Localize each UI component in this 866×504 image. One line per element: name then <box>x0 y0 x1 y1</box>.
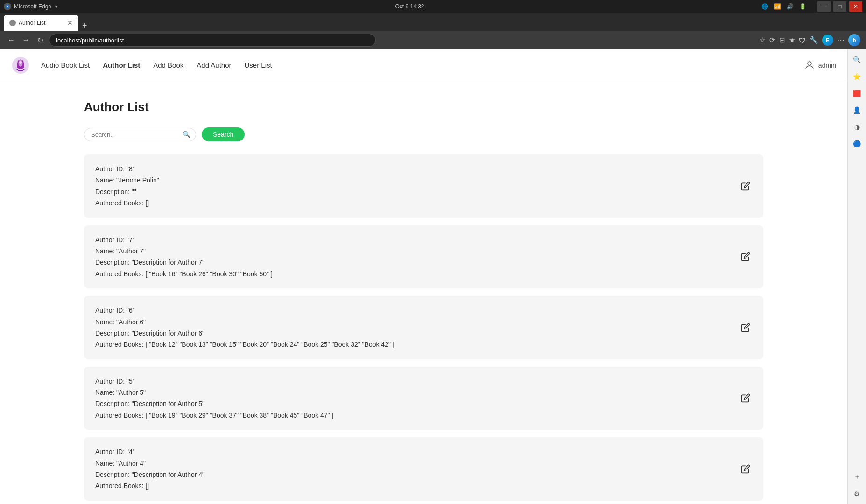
author-name: Name: "Author 6" <box>95 317 394 327</box>
edit-author-button[interactable] <box>739 462 752 476</box>
minimize-button[interactable]: — <box>817 1 831 12</box>
favorites-icon[interactable]: ★ <box>789 36 795 44</box>
address-bar-input[interactable] <box>49 34 376 47</box>
logo[interactable] <box>11 56 30 75</box>
username-label: admin <box>818 62 836 69</box>
edit-author-button[interactable] <box>739 180 752 193</box>
author-name: Name: "Jerome Polin" <box>95 175 159 185</box>
sidebar-theme-icon[interactable]: ◑ <box>851 120 864 133</box>
search-input-wrap: 🔍 <box>84 128 196 141</box>
search-input[interactable] <box>84 128 196 141</box>
author-name: Name: "Author 4" <box>95 458 204 469</box>
author-id: Author ID: "8" <box>95 164 159 174</box>
sidebar-favorites-icon[interactable]: ⭐ <box>851 70 864 83</box>
forward-button[interactable]: → <box>21 34 32 46</box>
tray-icon-4: 🔋 <box>799 3 806 10</box>
browser-tab[interactable]: Author List ✕ <box>4 15 78 31</box>
author-id: Author ID: "7" <box>95 235 273 245</box>
new-tab-button[interactable]: + <box>82 21 87 31</box>
nav-audio-book-list[interactable]: Audio Book List <box>41 61 90 69</box>
tab-favicon <box>9 20 16 26</box>
sidebar-settings-icon[interactable]: ⚙ <box>851 487 864 500</box>
edit-author-button[interactable] <box>739 321 752 334</box>
edge-profile-icon[interactable]: E <box>822 35 833 46</box>
author-description: Description: "" <box>95 187 159 197</box>
author-name: Name: "Author 7" <box>95 246 273 256</box>
svg-point-3 <box>19 61 22 64</box>
browser-name: Microsoft Edge <box>14 3 51 10</box>
author-info: Author ID: "5" Name: "Author 5" Descript… <box>95 376 333 421</box>
browser-sidebar: 🔍 ⭐ 🟥 👤 ◑ 🔵 ＋ ⚙ <box>847 49 866 504</box>
navbar-user: admin <box>804 60 836 70</box>
author-card: Author ID: "4" Name: "Author 4" Descript… <box>84 437 763 501</box>
author-id: Author ID: "6" <box>95 305 394 315</box>
nav-author-list[interactable]: Author List <box>103 61 140 69</box>
svg-point-4 <box>808 62 811 65</box>
search-bar: 🔍 Search <box>84 127 763 141</box>
author-books: Authored Books: [ "Book 16" "Book 26" "B… <box>95 269 273 279</box>
author-description: Description: "Description for Author 5" <box>95 399 333 409</box>
author-name: Name: "Author 5" <box>95 387 333 398</box>
author-info: Author ID: "4" Name: "Author 4" Descript… <box>95 447 204 491</box>
nav-user-list[interactable]: User List <box>245 61 272 69</box>
author-books: Authored Books: [] <box>95 198 159 208</box>
nav-links: Audio Book List Author List Add Book Add… <box>41 61 272 69</box>
bing-icon[interactable]: b <box>848 34 860 46</box>
nav-add-author[interactable]: Add Author <box>197 61 231 69</box>
bookmark-icon[interactable]: ☆ <box>760 36 766 44</box>
page-title: Author List <box>84 100 763 114</box>
shield-icon[interactable]: 🛡 <box>799 36 806 44</box>
edit-author-button[interactable] <box>739 250 752 263</box>
svg-point-1 <box>7 6 8 7</box>
back-button[interactable]: ← <box>6 34 17 46</box>
author-description: Description: "Description for Author 6" <box>95 328 394 338</box>
user-icon <box>804 60 815 70</box>
refresh-button[interactable]: ↻ <box>35 34 45 47</box>
search-icon: 🔍 <box>183 131 190 138</box>
author-books: Authored Books: [] <box>95 481 204 491</box>
browser-logo <box>4 3 11 10</box>
author-card: Author ID: "7" Name: "Author 7" Descript… <box>84 225 763 289</box>
search-button[interactable]: Search <box>202 127 245 141</box>
extensions-icon[interactable]: 🔧 <box>810 36 818 44</box>
sidebar-collections-icon[interactable]: 🟥 <box>851 87 864 100</box>
history-icon[interactable]: ⟳ <box>769 36 775 44</box>
sidebar-edge-icon[interactable]: 🔵 <box>851 137 864 150</box>
tab-title: Author List <box>19 20 45 26</box>
maximize-button[interactable]: □ <box>833 1 846 12</box>
author-list: Author ID: "8" Name: "Jerome Polin" Desc… <box>84 154 763 501</box>
tab-close-button[interactable]: ✕ <box>67 19 73 27</box>
author-id: Author ID: "4" <box>95 447 204 457</box>
close-button[interactable]: ✕ <box>849 1 862 12</box>
author-info: Author ID: "6" Name: "Author 6" Descript… <box>95 305 394 350</box>
author-info: Author ID: "8" Name: "Jerome Polin" Desc… <box>95 164 159 209</box>
tab-view-icon[interactable]: ⊞ <box>779 36 785 44</box>
edit-author-button[interactable] <box>739 392 752 405</box>
tray-icon-2: 📶 <box>774 3 781 10</box>
author-id: Author ID: "5" <box>95 376 333 386</box>
author-description: Description: "Description for Author 4" <box>95 469 204 480</box>
author-card: Author ID: "8" Name: "Jerome Polin" Desc… <box>84 154 763 218</box>
author-books: Authored Books: [ "Book 12" "Book 13" "B… <box>95 339 394 350</box>
author-card: Author ID: "6" Name: "Author 6" Descript… <box>84 296 763 359</box>
sidebar-search-icon[interactable]: 🔍 <box>851 53 864 66</box>
more-options-icon[interactable]: ⋯ <box>837 36 845 45</box>
main-content: Author List 🔍 Search Author ID: "8" Name… <box>0 81 847 504</box>
author-info: Author ID: "7" Name: "Author 7" Descript… <box>95 235 273 280</box>
nav-add-book[interactable]: Add Book <box>153 61 183 69</box>
tray-icon-1: 🌐 <box>761 3 768 10</box>
author-books: Authored Books: [ "Book 19" "Book 29" "B… <box>95 410 333 420</box>
author-description: Description: "Description for Author 7" <box>95 257 273 267</box>
sidebar-profile-icon[interactable]: 👤 <box>851 104 864 117</box>
author-card: Author ID: "5" Name: "Author 5" Descript… <box>84 367 763 430</box>
sidebar-add-icon[interactable]: ＋ <box>851 470 864 483</box>
navbar: Audio Book List Author List Add Book Add… <box>0 49 847 81</box>
tray-icon-3: 🔊 <box>787 3 794 10</box>
system-datetime: Oct 9 14:32 <box>395 3 424 10</box>
